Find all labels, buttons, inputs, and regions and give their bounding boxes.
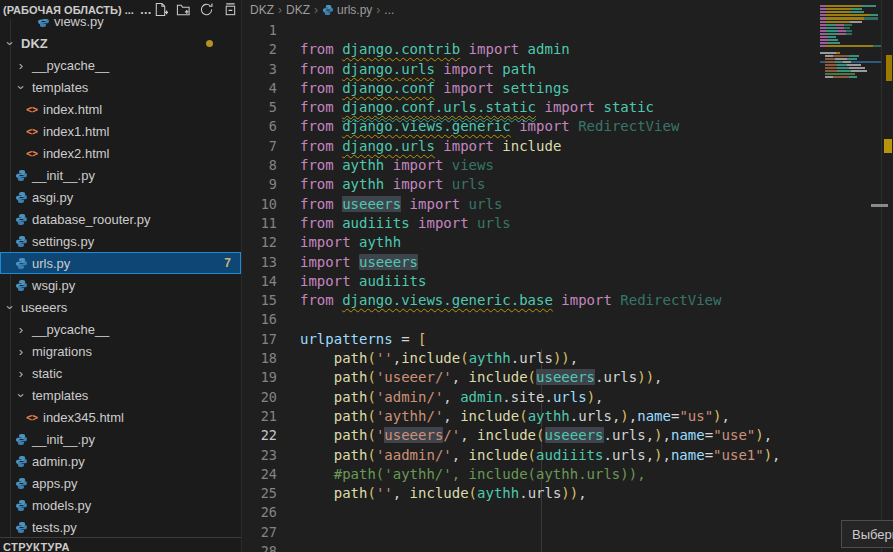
tree-file-models.py[interactable]: models.py xyxy=(0,494,241,516)
code-area[interactable]: 12from django.contrib import admin3from … xyxy=(243,21,893,552)
collapse-all-icon[interactable] xyxy=(222,2,238,18)
line-number: 22 xyxy=(243,426,277,445)
html-icon: <> xyxy=(24,148,40,159)
tree-folder-static[interactable]: ›static xyxy=(0,362,241,384)
code-text xyxy=(277,310,300,329)
minimap-row xyxy=(820,30,882,32)
tree-file-database_roouter.py[interactable]: database_roouter.py xyxy=(0,208,241,230)
file-label: settings.py xyxy=(32,234,94,249)
code-line-26[interactable]: 26 xyxy=(243,503,893,522)
code-line-21[interactable]: 21 path('aythh/', include(aythh.urls,),n… xyxy=(243,407,893,426)
tree-folder-useeers[interactable]: ›useeers xyxy=(0,296,241,318)
chevron-down-icon: › xyxy=(14,387,29,403)
code-line-1[interactable]: 1 xyxy=(243,21,893,40)
file-label: tests.py xyxy=(32,520,77,535)
line-number: 23 xyxy=(243,446,277,465)
minimap-row xyxy=(820,52,882,54)
code-text: import audiiits xyxy=(277,272,426,291)
modified-dot xyxy=(206,40,213,47)
tree-file-index.html[interactable]: <>index.html xyxy=(0,98,241,120)
breadcrumb-item-DKZ[interactable]: DKZ xyxy=(286,3,310,17)
tree-folder-__pycache__[interactable]: ›__pycache__ xyxy=(0,318,241,340)
tree-file-__init__.py[interactable]: __init__.py xyxy=(0,164,241,186)
code-line-19[interactable]: 19 path('useeer/', include(useeers.urls)… xyxy=(243,368,893,387)
minimap-row xyxy=(820,73,882,75)
tree-file-index2.html[interactable]: <>index2.html xyxy=(0,142,241,164)
python-icon xyxy=(15,169,28,182)
python-icon xyxy=(15,477,28,490)
file-label: index2.html xyxy=(43,146,109,161)
tree-folder-migrations[interactable]: ›migrations xyxy=(0,340,241,362)
code-line-15[interactable]: 15from django.views.generic.base import … xyxy=(243,291,893,310)
code-line-7[interactable]: 7from django.urls import include xyxy=(243,137,893,156)
code-line-4[interactable]: 4from django.conf import settings xyxy=(243,79,893,98)
code-line-20[interactable]: 20 path('admin/', admin.site.urls), xyxy=(243,388,893,407)
code-line-14[interactable]: 14import audiiits xyxy=(243,272,893,291)
tree-file-views.py[interactable]: views.py xyxy=(0,19,241,32)
code-line-22[interactable]: 22 path('useeers/', include(useeers.urls… xyxy=(243,426,893,445)
tree-file-apps.py[interactable]: apps.py xyxy=(0,472,241,494)
file-label: index.html xyxy=(43,102,102,117)
code-line-18[interactable]: 18 path('',include(aythh.urls)), xyxy=(243,349,893,368)
outline-section-header[interactable]: СТРУКТУРА xyxy=(0,537,242,552)
tree-folder-DKZ[interactable]: ›DKZ xyxy=(0,32,241,54)
tree-file-wsgi.py[interactable]: wsgi.py xyxy=(0,274,241,296)
code-text: path('',include(aythh.urls)), xyxy=(277,349,578,368)
code-line-13[interactable]: 13import useeers xyxy=(243,253,893,272)
refresh-icon[interactable] xyxy=(199,2,215,18)
code-line-6[interactable]: 6from django.views.generic import Redire… xyxy=(243,117,893,136)
minimap[interactable] xyxy=(820,2,882,202)
minimap-row xyxy=(820,24,882,26)
code-line-27[interactable]: 27 xyxy=(243,523,893,542)
python-icon xyxy=(13,169,29,182)
minimap-row xyxy=(820,55,882,57)
tree-file-asgi.py[interactable]: asgi.py xyxy=(0,186,241,208)
tree-folder-__pycache__[interactable]: ›__pycache__ xyxy=(0,54,241,76)
code-line-17[interactable]: 17urlpatterns = [ xyxy=(243,330,893,349)
code-line-8[interactable]: 8from aythh import views xyxy=(243,156,893,175)
line-number: 11 xyxy=(243,214,277,233)
code-line-28[interactable]: 28 xyxy=(243,542,893,552)
new-file-icon[interactable] xyxy=(153,2,169,18)
new-folder-icon[interactable] xyxy=(176,2,192,18)
python-icon xyxy=(37,19,50,28)
tree-file-tests.py[interactable]: tests.py xyxy=(0,516,241,537)
line-number: 3 xyxy=(243,60,277,79)
tree-folder-templates[interactable]: ›templates xyxy=(0,76,241,98)
breadcrumb-separator: › xyxy=(376,3,380,17)
code-text: from audiiits import urls xyxy=(277,214,511,233)
tree-file-index1.html[interactable]: <>index1.html xyxy=(0,120,241,142)
breadcrumb-item-[interactable]: ... xyxy=(384,3,394,17)
tree-file-__init__.py[interactable]: __init__.py xyxy=(0,428,241,450)
more-actions-icon[interactable]: … xyxy=(140,3,153,17)
tree-file-index345.html[interactable]: <>index345.html xyxy=(0,406,241,428)
code-line-3[interactable]: 3from django.urls import path xyxy=(243,60,893,79)
code-line-10[interactable]: 10from useeers import urls xyxy=(243,195,893,214)
code-line-24[interactable]: 24 #path('aythh/', include(aythh.urls)), xyxy=(243,465,893,484)
code-line-25[interactable]: 25 path('', include(aythh.urls)), xyxy=(243,484,893,503)
python-icon xyxy=(15,257,28,270)
file-label: static xyxy=(32,366,62,381)
python-icon xyxy=(15,499,28,512)
code-line-11[interactable]: 11from audiiits import urls xyxy=(243,214,893,233)
tree-folder-templates[interactable]: ›templates xyxy=(0,384,241,406)
code-line-16[interactable]: 16 xyxy=(243,310,893,329)
code-line-5[interactable]: 5from django.conf.urls.static import sta… xyxy=(243,98,893,117)
minimap-divider xyxy=(881,0,882,552)
tree-file-settings.py[interactable]: settings.py xyxy=(0,230,241,252)
tree-file-urls.py[interactable]: urls.py7 xyxy=(0,252,241,274)
code-text: from django.contrib import admin xyxy=(277,40,570,59)
python-icon xyxy=(15,213,28,226)
code-line-23[interactable]: 23 path('aadmin/', include(audiiits.urls… xyxy=(243,446,893,465)
minimap-row xyxy=(820,58,882,60)
code-line-9[interactable]: 9from aythh import urls xyxy=(243,175,893,194)
tree-file-admin.py[interactable]: admin.py xyxy=(0,450,241,472)
code-line-12[interactable]: 12import aythh xyxy=(243,233,893,252)
file-tree: views.py›DKZ›__pycache__›templates<>inde… xyxy=(0,19,241,537)
file-label: asgi.py xyxy=(32,190,73,205)
code-text: from aythh import urls xyxy=(277,175,485,194)
code-line-2[interactable]: 2from django.contrib import admin xyxy=(243,40,893,59)
breadcrumb-item-urlspy[interactable]: urls.py xyxy=(322,3,372,17)
breadcrumb-item-DKZ[interactable]: DKZ xyxy=(250,3,274,17)
code-text: path('admin/', admin.site.urls), xyxy=(277,388,604,407)
